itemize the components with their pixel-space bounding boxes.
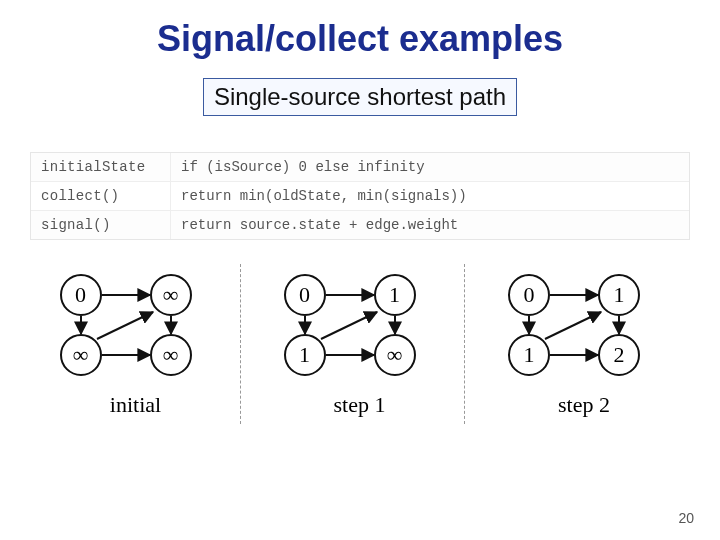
code-table: initialState if (isSource) 0 else infini… — [30, 152, 690, 240]
diagram-row: 0 ∞ ∞ ∞ initial 0 1 1 ∞ — [24, 264, 696, 424]
cell-body: if (isSource) 0 else infinity — [171, 153, 689, 181]
table-row: signal() return source.state + edge.weig… — [31, 211, 689, 239]
panel-caption: initial — [31, 392, 240, 418]
panel-step1: 0 1 1 ∞ step 1 — [255, 264, 465, 424]
graph-step1: 0 1 1 ∞ — [270, 274, 450, 384]
panel-caption: step 2 — [479, 392, 689, 418]
svg-line-2 — [97, 312, 153, 339]
svg-line-12 — [545, 312, 601, 339]
cell-label: initialState — [31, 153, 171, 181]
svg-line-7 — [321, 312, 377, 339]
panel-caption: step 1 — [255, 392, 464, 418]
node: ∞ — [150, 274, 192, 316]
node: 1 — [598, 274, 640, 316]
slide-title: Signal/collect examples — [0, 18, 720, 60]
node: 1 — [374, 274, 416, 316]
cell-body: return min(oldState, min(signals)) — [171, 182, 689, 210]
node: 0 — [60, 274, 102, 316]
page-number: 20 — [678, 510, 694, 526]
subtitle-box: Single-source shortest path — [203, 78, 517, 116]
cell-label: signal() — [31, 211, 171, 239]
node: 2 — [598, 334, 640, 376]
node: 0 — [508, 274, 550, 316]
node: ∞ — [374, 334, 416, 376]
table-row: collect() return min(oldState, min(signa… — [31, 182, 689, 211]
node: ∞ — [150, 334, 192, 376]
graph-step2: 0 1 1 2 — [494, 274, 674, 384]
panel-step2: 0 1 1 2 step 2 — [479, 264, 689, 424]
node: 1 — [508, 334, 550, 376]
node: 1 — [284, 334, 326, 376]
panel-initial: 0 ∞ ∞ ∞ initial — [31, 264, 241, 424]
cell-body: return source.state + edge.weight — [171, 211, 689, 239]
node: ∞ — [60, 334, 102, 376]
table-row: initialState if (isSource) 0 else infini… — [31, 153, 689, 182]
cell-label: collect() — [31, 182, 171, 210]
node: 0 — [284, 274, 326, 316]
graph-initial: 0 ∞ ∞ ∞ — [46, 274, 226, 384]
